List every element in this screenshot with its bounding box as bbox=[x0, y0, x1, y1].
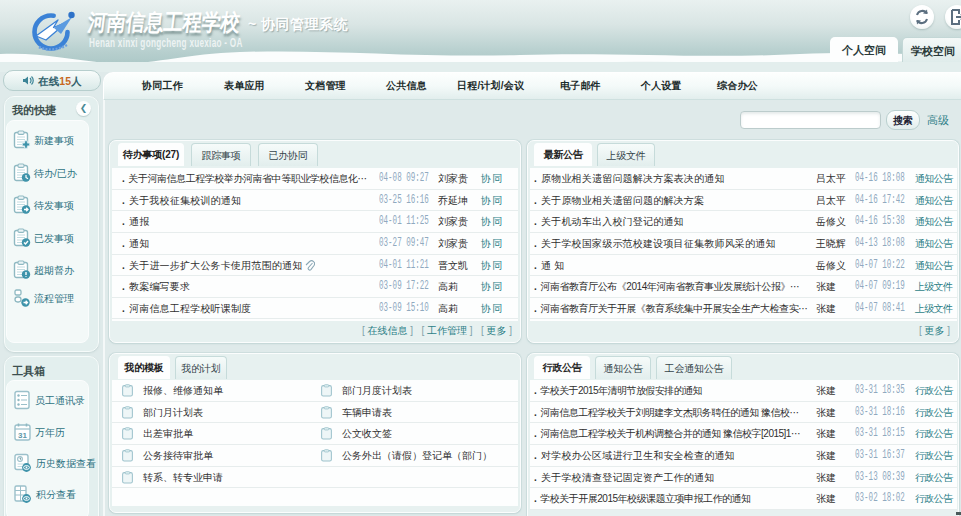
svg-text:31: 31 bbox=[18, 430, 27, 439]
